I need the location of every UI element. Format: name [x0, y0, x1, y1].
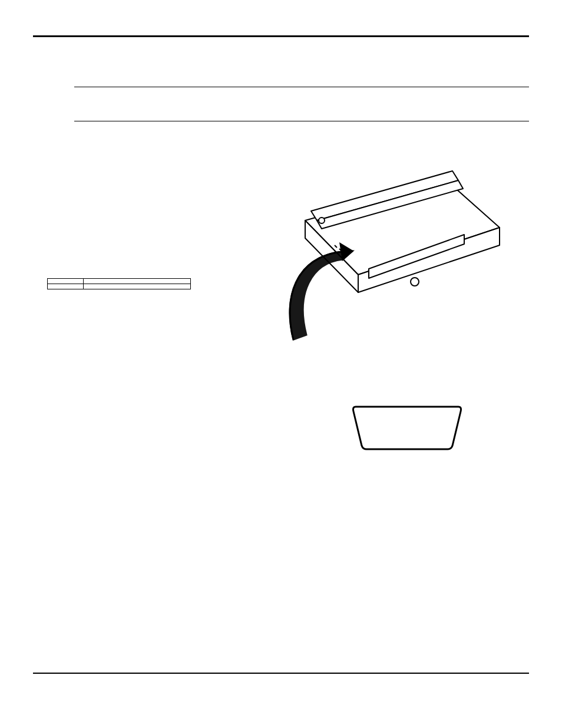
caution-top-rule	[74, 87, 529, 87]
top-rule	[33, 35, 529, 37]
pinout-pin-col	[48, 284, 84, 289]
pinout-header-signal	[84, 278, 191, 284]
section-heading	[33, 54, 529, 73]
svg-point-7	[411, 278, 419, 286]
bottom-rule	[33, 673, 529, 674]
page-footer	[33, 690, 39, 702]
pinout-signal-col	[84, 284, 191, 289]
db9-connector-icon	[351, 404, 463, 452]
pinout-table	[47, 278, 191, 289]
pinout-header-pin	[48, 278, 84, 284]
svg-point-6	[319, 218, 325, 223]
notebook-illustration	[276, 157, 505, 345]
figure-area	[74, 157, 529, 452]
caution-bottom-rule	[74, 121, 529, 121]
caution-block	[74, 95, 529, 110]
